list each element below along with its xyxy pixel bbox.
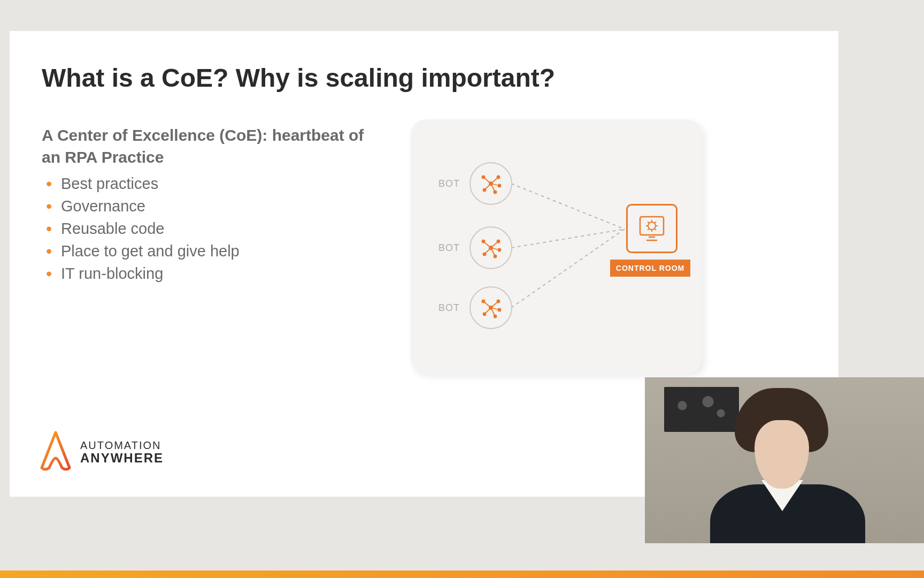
svg-point-35 <box>494 315 497 318</box>
svg-point-24 <box>494 255 497 258</box>
bullet-item: IT run-blocking <box>42 262 373 285</box>
network-icon <box>469 226 512 269</box>
brand-line2: ANYWHERE <box>80 451 164 465</box>
bot-node: BOT <box>438 226 512 269</box>
diagram-panel: BOT <box>411 119 702 374</box>
svg-line-42 <box>648 222 649 223</box>
diagram-column: BOT <box>405 125 710 285</box>
brand-logo: AUTOMATION ANYWHERE <box>37 430 164 474</box>
svg-point-31 <box>498 309 501 311</box>
svg-point-29 <box>497 300 500 303</box>
text-column: A Center of Excellence (CoE): heartbeat … <box>42 125 373 285</box>
svg-line-43 <box>655 222 656 223</box>
bot-node: BOT <box>438 162 512 205</box>
svg-line-2 <box>511 229 625 308</box>
slide-subtitle: A Center of Excellence (CoE): heartbeat … <box>42 125 373 168</box>
presenter-video-inset <box>645 377 924 543</box>
svg-line-44 <box>648 229 649 230</box>
content-row: A Center of Excellence (CoE): heartbeat … <box>42 125 806 285</box>
svg-line-0 <box>511 184 625 229</box>
bot-label: BOT <box>438 178 460 189</box>
svg-rect-36 <box>640 217 664 235</box>
svg-line-1 <box>511 229 625 248</box>
control-room-icon <box>626 204 677 253</box>
svg-point-7 <box>497 176 500 179</box>
svg-point-22 <box>483 253 486 256</box>
slide-title: What is a CoE? Why is scaling important? <box>42 63 806 93</box>
bullet-list: Best practices Governance Reusable code … <box>42 172 373 285</box>
bot-label: BOT <box>438 242 460 254</box>
svg-point-33 <box>483 313 486 316</box>
network-icon <box>469 286 512 329</box>
svg-point-18 <box>497 240 500 243</box>
bot-label: BOT <box>438 302 460 314</box>
accent-footer-bar <box>0 571 924 578</box>
svg-point-20 <box>498 249 501 252</box>
svg-point-11 <box>483 189 486 192</box>
network-icon <box>469 162 512 205</box>
background-map <box>664 387 739 432</box>
svg-point-9 <box>498 185 501 187</box>
svg-point-5 <box>482 176 485 179</box>
brand-line1: AUTOMATION <box>80 440 164 451</box>
svg-line-45 <box>655 229 656 230</box>
bullet-item: Place to get and give help <box>42 240 373 262</box>
svg-point-37 <box>648 222 656 230</box>
bot-node: BOT <box>438 286 512 329</box>
svg-point-16 <box>482 240 485 243</box>
brand-mark-icon <box>37 430 74 474</box>
control-room-label: CONTROL ROOM <box>616 264 684 272</box>
brand-text: AUTOMATION ANYWHERE <box>80 440 164 465</box>
svg-point-27 <box>482 300 485 303</box>
control-room-label-box: CONTROL ROOM <box>610 260 690 277</box>
bullet-item: Best practices <box>42 172 373 195</box>
svg-point-13 <box>494 191 497 194</box>
bullet-item: Reusable code <box>42 217 373 240</box>
bullet-item: Governance <box>42 195 373 217</box>
